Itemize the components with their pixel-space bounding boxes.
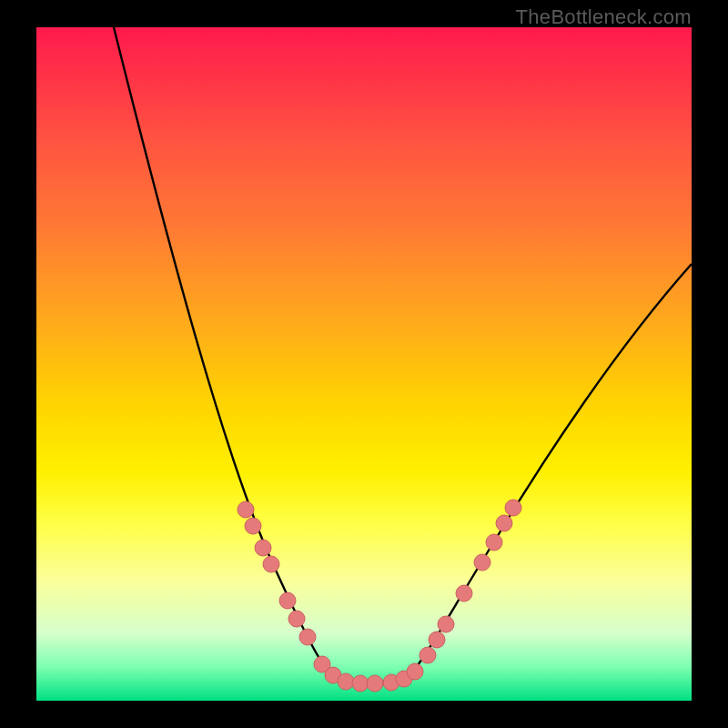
data-dot bbox=[474, 554, 490, 571]
watermark-label: TheBottleneck.com bbox=[516, 5, 692, 29]
data-dot bbox=[299, 629, 316, 645]
data-dot bbox=[288, 611, 305, 627]
data-dot bbox=[407, 663, 423, 680]
data-dot bbox=[338, 673, 354, 690]
data-dot bbox=[245, 518, 261, 534]
data-dots bbox=[238, 500, 521, 692]
data-dot bbox=[429, 632, 445, 648]
data-dot bbox=[456, 585, 472, 602]
data-dot bbox=[263, 556, 279, 572]
data-dot bbox=[486, 534, 502, 551]
plot-area bbox=[36, 27, 692, 701]
chart-svg bbox=[36, 27, 692, 701]
data-dot bbox=[496, 515, 512, 531]
chart-frame: TheBottleneck.com bbox=[0, 0, 728, 728]
data-dot bbox=[367, 675, 383, 692]
data-dot bbox=[420, 647, 436, 663]
data-dot bbox=[255, 540, 271, 556]
curve-right-curve bbox=[382, 264, 692, 682]
data-dot bbox=[352, 675, 369, 692]
curve-left-curve bbox=[114, 27, 369, 682]
data-dot bbox=[438, 616, 454, 632]
data-dot bbox=[238, 501, 254, 518]
curve-lines bbox=[114, 27, 692, 682]
data-dot bbox=[505, 500, 521, 516]
data-dot bbox=[279, 592, 296, 609]
